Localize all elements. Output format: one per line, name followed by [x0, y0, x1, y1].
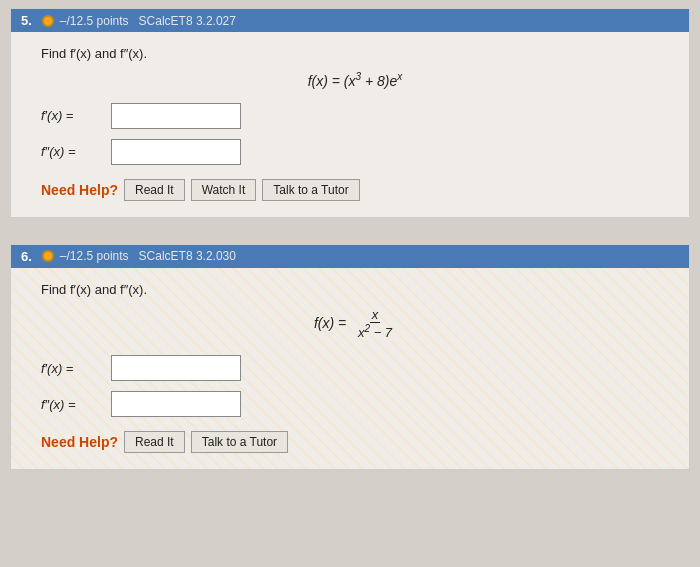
- fdoubleprime-input[interactable]: [111, 139, 241, 165]
- fprime-label: f′(x) =: [41, 108, 111, 123]
- problem-6-course: SCalcET8 3.2.030: [139, 249, 236, 263]
- fdoubleprime-label: f″(x) =: [41, 144, 111, 159]
- status-dot-icon-6: [42, 250, 54, 262]
- fprime-row-6: f′(x) =: [41, 355, 669, 381]
- problem-5-number: 5.: [21, 13, 32, 28]
- problem-6-meta: –/12.5 points SCalcET8 3.2.030: [60, 249, 236, 263]
- fprime-label-6: f′(x) =: [41, 361, 111, 376]
- fdoubleprime-label-6: f″(x) =: [41, 397, 111, 412]
- problem-6-instruction: Find f′(x) and f″(x).: [41, 282, 669, 297]
- formula-text: f(x) = (x3 + 8)ex: [308, 73, 403, 89]
- problem-6-body: Find f′(x) and f″(x). f(x) = x x2 − 7 f′…: [11, 268, 689, 470]
- fprime-input[interactable]: [111, 103, 241, 129]
- problem-5-block: 5. –/12.5 points SCalcET8 3.2.027 Find f…: [10, 8, 690, 218]
- read-it-button-5[interactable]: Read It: [124, 179, 185, 201]
- problem-5-body: Find f′(x) and f″(x). f(x) = (x3 + 8)ex …: [11, 32, 689, 217]
- problem-5-course: SCalcET8 3.2.027: [139, 14, 236, 28]
- need-help-row-6: Need Help? Read It Talk to a Tutor: [41, 431, 669, 453]
- need-help-row-5: Need Help? Read It Watch It Talk to a Tu…: [41, 179, 669, 201]
- problem-5-header: 5. –/12.5 points SCalcET8 3.2.027: [11, 9, 689, 32]
- read-it-button-6[interactable]: Read It: [124, 431, 185, 453]
- fraction-numerator: x: [370, 307, 381, 324]
- problem-6-header: 6. –/12.5 points SCalcET8 3.2.030: [11, 245, 689, 268]
- need-help-label-6: Need Help?: [41, 434, 118, 450]
- fdoubleprime-input-6[interactable]: [111, 391, 241, 417]
- problem-6-number: 6.: [21, 249, 32, 264]
- formula-fraction-6: x x2 − 7: [356, 307, 394, 342]
- fdoubleprime-row-6: f″(x) =: [41, 391, 669, 417]
- talk-to-tutor-button-5[interactable]: Talk to a Tutor: [262, 179, 359, 201]
- problem-6-formula: f(x) = x x2 − 7: [41, 307, 669, 342]
- need-help-label-5: Need Help?: [41, 182, 118, 198]
- problem-divider: [0, 226, 700, 236]
- watch-it-button-5[interactable]: Watch It: [191, 179, 257, 201]
- problem-5-points: –/12.5 points: [60, 14, 129, 28]
- problem-5-formula: f(x) = (x3 + 8)ex: [41, 71, 669, 89]
- problem-6-block: 6. –/12.5 points SCalcET8 3.2.030 Find f…: [10, 244, 690, 471]
- problem-6-points: –/12.5 points: [60, 249, 129, 263]
- fdoubleprime-row: f″(x) =: [41, 139, 669, 165]
- fprime-input-6[interactable]: [111, 355, 241, 381]
- status-dot-icon: [42, 15, 54, 27]
- problem-5-meta: –/12.5 points SCalcET8 3.2.027: [60, 14, 236, 28]
- formula-prefix-6: f(x) =: [314, 315, 354, 331]
- fprime-row: f′(x) =: [41, 103, 669, 129]
- talk-to-tutor-button-6[interactable]: Talk to a Tutor: [191, 431, 288, 453]
- fraction-denominator: x2 − 7: [356, 323, 394, 341]
- problem-5-instruction: Find f′(x) and f″(x).: [41, 46, 669, 61]
